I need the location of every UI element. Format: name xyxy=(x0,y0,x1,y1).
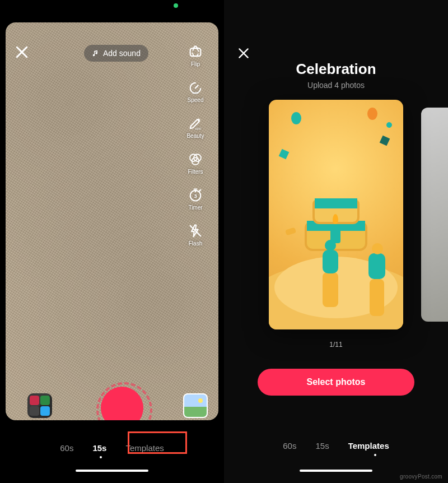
add-sound-button[interactable]: Add sound xyxy=(84,45,148,62)
close-button[interactable] xyxy=(13,44,30,61)
template-artwork xyxy=(269,100,403,329)
upload-icon xyxy=(183,393,208,418)
flip-label: Flip xyxy=(191,61,200,67)
upload-button[interactable]: Upload xyxy=(179,393,212,420)
flash-label: Flash xyxy=(189,240,202,247)
template-counter: 1/11 xyxy=(224,341,448,349)
mode-tabs: 60s 15s Templates xyxy=(224,433,448,458)
flash-off-icon xyxy=(188,223,203,239)
speed-label: Speed xyxy=(188,97,204,103)
template-preview-card[interactable] xyxy=(269,100,403,329)
camera-screen: Effects Upload Add sound Flip xyxy=(0,0,224,483)
camera-bottom-bar: Effects Upload xyxy=(11,381,218,420)
beauty-label: Beauty xyxy=(186,133,204,139)
effects-icon xyxy=(27,393,52,418)
mode-tabs: 60s 15s Templates xyxy=(0,435,224,461)
active-tab-dot xyxy=(100,456,102,458)
tab-templates[interactable]: Templates xyxy=(348,441,389,451)
filters-label: Filters xyxy=(188,169,203,175)
flip-icon xyxy=(188,44,203,59)
music-note-icon xyxy=(92,49,100,57)
template-subtitle: Upload 4 photos xyxy=(224,81,448,90)
tab-15s[interactable]: 15s xyxy=(315,441,329,451)
home-indicator[interactable] xyxy=(300,470,372,472)
svg-text:OFF: OFF xyxy=(192,91,199,95)
filters-button[interactable]: Filters xyxy=(188,151,203,175)
flip-button[interactable]: Flip xyxy=(188,44,203,67)
filters-icon xyxy=(188,151,203,167)
tab-15s[interactable]: 15s xyxy=(92,443,106,453)
home-indicator[interactable] xyxy=(76,470,148,472)
close-button[interactable] xyxy=(236,46,251,61)
next-template-peek[interactable] xyxy=(421,108,448,322)
svg-rect-0 xyxy=(190,48,201,56)
tab-60s[interactable]: 60s xyxy=(60,443,73,453)
select-photos-button[interactable]: Select photos xyxy=(258,369,414,396)
active-tab-dot xyxy=(374,454,376,456)
camera-active-dot xyxy=(174,3,178,8)
camera-tool-rail: Flip OFF Speed OFF Beauty Filters 3 Time… xyxy=(179,44,212,247)
beauty-button[interactable]: OFF Beauty xyxy=(186,115,204,139)
watermark-text: groovyPost.com xyxy=(400,473,442,480)
svg-text:OFF: OFF xyxy=(195,127,202,131)
template-title: Celebration xyxy=(224,61,448,78)
close-icon xyxy=(13,44,30,61)
effects-button[interactable]: Effects xyxy=(24,393,56,420)
svg-text:3: 3 xyxy=(194,193,197,199)
add-sound-label: Add sound xyxy=(103,49,141,58)
templates-screen: Celebration Upload 4 photos 1/11 Select … xyxy=(224,0,448,483)
speed-button[interactable]: OFF Speed xyxy=(188,80,204,103)
flash-button[interactable]: Flash xyxy=(188,223,203,247)
timer-label: Timer xyxy=(188,205,202,211)
speed-icon: OFF xyxy=(188,80,203,95)
beauty-icon: OFF xyxy=(188,115,203,131)
annotation-highlight-templates xyxy=(128,431,187,454)
timer-icon: 3 xyxy=(188,187,203,203)
select-photos-label: Select photos xyxy=(307,377,366,387)
timer-button[interactable]: 3 Timer xyxy=(188,187,203,211)
tab-60s[interactable]: 60s xyxy=(283,441,296,451)
close-icon xyxy=(236,46,251,61)
